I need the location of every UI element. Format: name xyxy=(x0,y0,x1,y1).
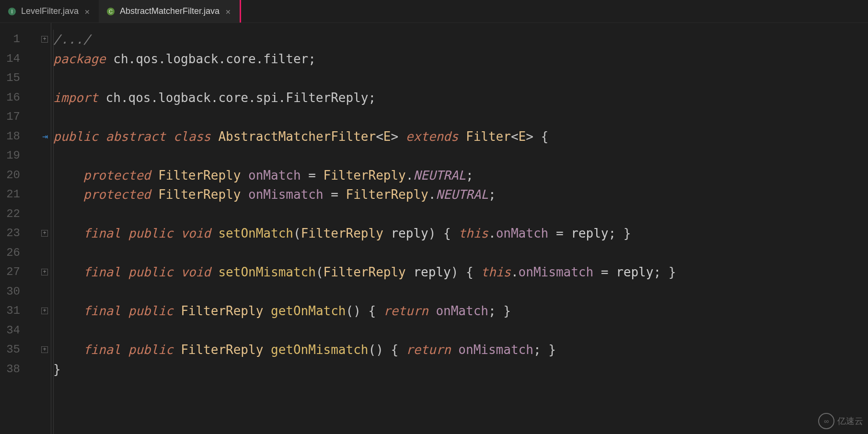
watermark-logo-icon: ∞ xyxy=(818,413,834,429)
line-number: 34 xyxy=(0,321,24,341)
tab-label: AbstractMatcherFilter.java xyxy=(120,6,220,16)
line-number: 31 xyxy=(0,301,24,321)
code-area[interactable]: /.../ package ch.qos.logback.core.filter… xyxy=(51,23,868,434)
tab-abstractmatcherfilter[interactable]: C AbstractMatcherFilter.java ✕ xyxy=(99,0,240,23)
svg-text:C: C xyxy=(109,9,113,14)
line-number-gutter: 11415161718192021222326273031343538 xyxy=(0,23,24,434)
line-number: 14 xyxy=(0,49,24,69)
svg-text:I: I xyxy=(11,9,12,14)
line-number: 30 xyxy=(0,282,24,302)
line-number: 22 xyxy=(0,205,24,224)
line-number: 15 xyxy=(0,69,24,88)
java-class-icon: C xyxy=(106,7,115,16)
fold-toggle-icon[interactable]: + xyxy=(41,346,48,353)
line-number: 21 xyxy=(0,185,24,205)
close-icon[interactable]: ✕ xyxy=(83,8,91,15)
line-number: 26 xyxy=(0,243,24,263)
tab-levelfilter[interactable]: I LevelFilter.java ✕ xyxy=(0,0,99,23)
line-number: 19 xyxy=(0,146,24,166)
line-number: 20 xyxy=(0,166,24,185)
source-code[interactable]: /.../ package ch.qos.logback.core.filter… xyxy=(51,30,868,379)
fold-toggle-icon[interactable]: + xyxy=(41,36,48,43)
line-number: 38 xyxy=(0,360,24,379)
watermark-text: 亿速云 xyxy=(837,415,863,427)
java-interface-icon: I xyxy=(8,7,16,16)
tab-label: LevelFilter.java xyxy=(21,6,79,16)
gutter-marks: +⇥++++ xyxy=(24,23,51,434)
fold-toggle-icon[interactable]: + xyxy=(41,230,48,237)
line-number: 35 xyxy=(0,340,24,360)
watermark: ∞ 亿速云 xyxy=(818,413,863,429)
fold-toggle-icon[interactable]: + xyxy=(41,308,48,314)
line-number: 23 xyxy=(0,224,24,243)
fold-toggle-icon[interactable]: + xyxy=(41,269,48,275)
line-number: 27 xyxy=(0,263,24,282)
run-class-icon[interactable]: ⇥ xyxy=(42,130,48,142)
line-number: 18 xyxy=(0,127,24,147)
editor-tabs: I LevelFilter.java ✕ C AbstractMatcherFi… xyxy=(0,0,868,23)
line-number: 17 xyxy=(0,107,24,127)
line-number: 1 xyxy=(0,30,24,49)
line-number: 16 xyxy=(0,88,24,108)
close-icon[interactable]: ✕ xyxy=(224,8,232,15)
code-editor[interactable]: 11415161718192021222326273031343538 +⇥++… xyxy=(0,23,868,434)
